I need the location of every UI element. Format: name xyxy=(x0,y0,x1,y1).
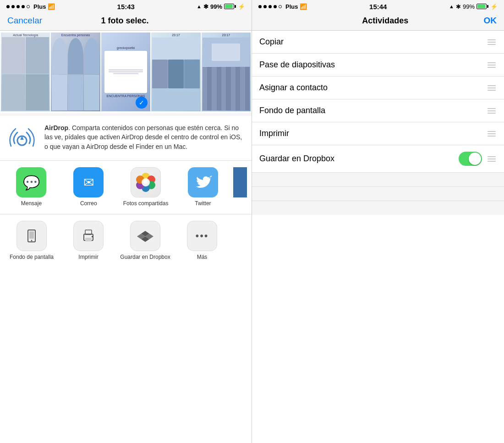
mas-icon: ••• xyxy=(187,221,217,251)
activity-item-copiar-right xyxy=(487,38,497,46)
activity-item-pase[interactable]: Pase de diapositivas xyxy=(252,54,504,77)
action-item-dropbox[interactable]: Guardar en Dropbox xyxy=(118,221,172,437)
r-signal-dot-4 xyxy=(274,5,277,8)
r-signal-dot-5 xyxy=(279,5,282,8)
activity-item-imprimir[interactable]: Imprimir xyxy=(252,122,504,145)
mensaje-icon: 💬 xyxy=(16,167,46,197)
location-icon: ▲ xyxy=(197,4,202,9)
airdrop-section: AirDrop. Comparta contenidos con persona… xyxy=(0,116,252,161)
drag-line-2 xyxy=(488,42,496,43)
r-wifi-icon: 📶 xyxy=(300,3,307,10)
r-signal-dot-1 xyxy=(258,5,262,8)
share-label-fotos: Fotos compartidas xyxy=(123,200,169,208)
drag-line-i3 xyxy=(488,136,496,137)
activity-list: Copiar Pase de diapositivas xyxy=(252,31,504,443)
drag-handle-copiar[interactable] xyxy=(487,38,497,46)
r-signal-dot-3 xyxy=(268,5,272,8)
r-battery-fill xyxy=(477,5,485,8)
action-item-mas[interactable]: ••• Más xyxy=(175,221,229,437)
battery-fill xyxy=(225,5,233,8)
share-item-fotos[interactable]: Fotos compartidas xyxy=(119,167,173,208)
ok-button[interactable]: OK xyxy=(483,16,497,26)
dropbox-toggle[interactable] xyxy=(459,152,482,166)
right-carrier-info: Plus 📶 xyxy=(258,3,307,10)
dropbox-icon xyxy=(130,221,160,251)
photo-thumb-3[interactable]: greckopoetki ENCUENTRA PERSONAS ✓ xyxy=(101,33,150,111)
photo-image-4: 23:17 xyxy=(151,33,200,111)
left-battery-area: ▲ ✱ 99% ⚡ xyxy=(197,3,245,10)
share-item-mensaje[interactable]: 💬 Mensaje xyxy=(5,167,58,208)
printer-svg xyxy=(80,228,97,244)
signal-dot-4 xyxy=(22,5,25,8)
activity-label-fondo: Fondo de pantalla xyxy=(259,106,325,115)
drag-line-f2 xyxy=(488,110,496,111)
share-item-partial[interactable] xyxy=(233,167,247,208)
activity-item-asignar[interactable]: Asignar a contacto xyxy=(252,77,504,99)
cancel-button[interactable]: Cancelar xyxy=(7,16,42,26)
r-battery-tip xyxy=(487,5,488,8)
separator-2 xyxy=(252,187,504,201)
right-time: 15:44 xyxy=(369,3,387,11)
photo-thumb-1[interactable]: Actual Tecnología xyxy=(1,33,50,111)
airdrop-title: AirDrop xyxy=(44,124,68,131)
drag-handle-dropbox[interactable] xyxy=(487,155,497,163)
left-battery-indicator xyxy=(224,4,236,9)
svg-rect-10 xyxy=(29,231,34,239)
signal-dot-3 xyxy=(16,5,20,8)
toggle-knob xyxy=(469,153,481,165)
left-carrier-info: Plus 📶 xyxy=(6,3,55,10)
action-label-mas: Más xyxy=(197,254,208,261)
airdrop-icon xyxy=(7,123,37,153)
drag-line-a3 xyxy=(488,90,496,91)
left-nav-bar: Cancelar 1 foto selec. xyxy=(0,13,252,31)
airdrop-desc-text: . Comparta contenidos con personas que e… xyxy=(44,124,242,150)
activity-item-asignar-left: Asignar a contacto xyxy=(259,83,328,93)
photo-image-5: 23:17 xyxy=(202,33,251,111)
bluetooth-icon: ✱ xyxy=(203,3,208,10)
wifi-icon: 📶 xyxy=(48,3,55,10)
action-row: Fondo de pantalla Imprimir xyxy=(0,214,252,443)
share-item-twitter[interactable]: Twitter xyxy=(176,167,230,208)
left-status-bar: Plus 📶 15:43 ▲ ✱ 99% ⚡ xyxy=(0,0,252,13)
drag-handle-asignar[interactable] xyxy=(487,84,497,92)
share-item-correo[interactable]: ✉ Correo xyxy=(62,167,115,208)
r-bluetooth-icon: ✱ xyxy=(456,3,461,10)
photo-thumb-5[interactable]: 23:17 xyxy=(202,33,251,111)
action-item-fondo[interactable]: Fondo de pantalla xyxy=(5,221,59,437)
drag-handle-pase[interactable] xyxy=(487,61,497,69)
drag-line-d1 xyxy=(488,156,496,157)
share-label-correo: Correo xyxy=(80,200,97,208)
photo-thumb-2[interactable]: Encuentra personas xyxy=(51,33,100,111)
photo-thumb-4[interactable]: 23:17 xyxy=(151,33,200,111)
left-panel: Plus 📶 15:43 ▲ ✱ 99% ⚡ Cancelar 1 foto s… xyxy=(0,0,252,443)
twitter-icon xyxy=(188,167,218,197)
action-item-imprimir[interactable]: Imprimir xyxy=(61,221,115,437)
twitter-bird-svg xyxy=(194,173,212,191)
action-label-imprimir: Imprimir xyxy=(78,254,98,261)
activity-item-copiar-left: Copiar xyxy=(259,37,284,47)
share-row: 💬 Mensaje ✉ Correo xyxy=(0,161,252,214)
activity-item-asignar-right xyxy=(487,84,497,92)
drag-line-f1 xyxy=(488,108,496,109)
activity-item-dropbox[interactable]: Guardar en Dropbox xyxy=(252,145,504,173)
drag-line-i2 xyxy=(488,133,496,134)
activity-label-pase: Pase de diapositivas xyxy=(259,60,335,70)
activity-item-copiar[interactable]: Copiar xyxy=(252,31,504,54)
drag-line-p2 xyxy=(488,65,496,66)
action-label-fondo: Fondo de pantalla xyxy=(10,254,54,261)
right-nav-title: Actividades xyxy=(362,16,408,26)
drag-handle-fondo[interactable] xyxy=(487,107,497,115)
drag-handle-imprimir[interactable] xyxy=(487,130,497,137)
activity-item-fondo-right xyxy=(487,107,497,115)
activity-label-asignar: Asignar a contacto xyxy=(259,83,328,93)
activity-item-fondo[interactable]: Fondo de pantalla xyxy=(252,99,504,122)
correo-icon: ✉ xyxy=(73,167,104,197)
activity-label-dropbox: Guardar en Dropbox xyxy=(259,154,334,164)
svg-point-8 xyxy=(142,178,150,186)
charging-icon: ⚡ xyxy=(238,3,245,10)
photo-image-1: Actual Tecnología xyxy=(1,33,50,111)
dropbox-svg xyxy=(137,227,154,245)
airdrop-description: AirDrop. Comparta contenidos con persona… xyxy=(44,123,244,151)
signal-dot-1 xyxy=(6,5,10,8)
imprimir-icon xyxy=(73,221,104,251)
